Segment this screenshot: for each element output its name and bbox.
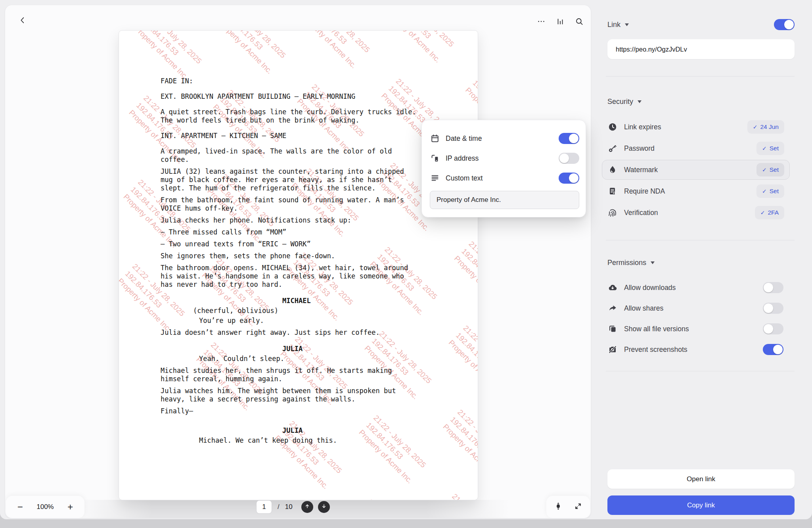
script-dialogue: Michael. We can’t keep doing this. — [161, 436, 478, 445]
option-label: Date & time — [446, 134, 559, 143]
page-navigation: 1 / 10 — [256, 500, 330, 514]
zoom-controls: − 100% + — [6, 496, 84, 518]
zoom-in-button[interactable]: + — [63, 500, 77, 514]
calendar-icon — [430, 134, 440, 143]
search-icon — [575, 17, 584, 27]
script-line: INT. APARTMENT — KITCHEN — SAME — [161, 132, 416, 140]
link-expires-badge[interactable]: ✓24 Jun — [747, 120, 784, 134]
search-button[interactable] — [571, 14, 587, 30]
watermark-option-date-time: Date & time — [430, 129, 579, 148]
share-url-input[interactable]: https://peo.ny/OgzJvDLv — [607, 39, 795, 59]
watermark-settings-popover: Date & time IP address Custom text Prope… — [421, 120, 586, 217]
permission-row-label: Allow downloads — [624, 284, 763, 292]
script-line: She ignores them, sets the phone face-do… — [161, 252, 416, 260]
script-line: Michael studies her, then shrugs it off.… — [161, 367, 416, 383]
require-nda-badge[interactable]: ✓Set — [756, 184, 784, 198]
security-row-watermark[interactable]: Watermark ✓Set — [607, 159, 795, 180]
copy-link-button[interactable]: Copy link — [607, 495, 795, 515]
file-versions-icon — [607, 324, 618, 334]
clock-icon — [607, 122, 618, 132]
permission-row-prevent-screenshots: Prevent screenshots — [607, 339, 795, 360]
screenplay-text: FADE IN: EXT. BROOKLYN APARTMENT BUILDIN… — [119, 31, 478, 448]
scroll-mode-button[interactable] — [550, 499, 566, 515]
divider — [606, 371, 795, 371]
text-lines-icon — [430, 173, 440, 183]
custom-text-toggle[interactable] — [559, 173, 579, 184]
key-icon — [607, 144, 618, 153]
divider — [606, 240, 795, 240]
security-row-require-nda[interactable]: Require NDA ✓Set — [607, 180, 795, 202]
custom-text-input[interactable]: Property of Acme Inc. — [430, 191, 579, 209]
permissions-list: Allow downloads Allow shares Show all fi… — [607, 277, 795, 360]
security-row-label: Verification — [624, 209, 755, 217]
chevron-left-icon — [18, 16, 27, 26]
check-icon: ✓ — [762, 167, 767, 173]
more-menu-button[interactable] — [533, 14, 549, 30]
document-page: 21:22 - July 28, 2025192.84.176.53Proper… — [119, 30, 478, 500]
fullscreen-button[interactable] — [570, 499, 586, 515]
security-row-verification[interactable]: Verification ✓2FA — [607, 202, 795, 223]
watermark-option-ip-address: IP address — [430, 148, 579, 168]
page-number-input[interactable]: 1 — [256, 500, 272, 514]
script-line: From the bathroom, the faint sound of ru… — [161, 196, 416, 213]
security-row-password[interactable]: Password ✓Set — [607, 138, 795, 159]
permission-row-file-versions: Show all file versions — [607, 319, 795, 339]
page-separator: / — [278, 503, 280, 511]
divider — [606, 76, 795, 77]
arrow-down-icon — [321, 503, 327, 511]
allow-shares-toggle[interactable] — [763, 303, 783, 314]
expand-icon — [574, 502, 582, 512]
back-button[interactable] — [15, 13, 31, 29]
allow-downloads-toggle[interactable] — [763, 282, 783, 293]
document-viewer: 21:22 - July 28, 2025192.84.176.53Proper… — [5, 5, 591, 518]
script-line: Julia doesn’t answer right away. Just si… — [161, 328, 416, 337]
script-dialogue: You’re up early. — [161, 317, 478, 325]
security-header-label: Security — [607, 98, 633, 106]
device-icon — [430, 154, 440, 163]
open-link-button[interactable]: Open link — [607, 469, 795, 489]
ip-address-toggle[interactable] — [559, 153, 579, 164]
option-label: IP address — [446, 154, 559, 163]
analytics-button[interactable] — [552, 14, 568, 30]
script-line: — Three missed calls from “MOM” — [161, 228, 416, 236]
watermark-tile: 21:22 - July 28, 2025192.84.176.53Proper… — [435, 492, 478, 500]
script-character-cue: JULIA — [161, 426, 478, 435]
security-section-header[interactable]: Security — [607, 98, 795, 106]
app-window: 21:22 - July 28, 2025192.84.176.53Proper… — [0, 0, 812, 519]
verification-badge[interactable]: ✓2FA — [755, 206, 784, 219]
bar-chart-icon — [556, 17, 565, 27]
prevent-screenshots-toggle[interactable] — [763, 344, 783, 355]
page-total: 10 — [285, 503, 293, 511]
link-section-header[interactable]: Link — [607, 19, 795, 30]
file-versions-toggle[interactable] — [763, 323, 783, 334]
security-row-link-expires[interactable]: Link expires ✓24 Jun — [607, 116, 795, 138]
watermark-tile: 21:22 - July 28, 2025192.84.176.53Proper… — [351, 497, 432, 500]
chevron-down-icon — [638, 100, 642, 103]
script-character-cue: MICHAEL — [161, 297, 478, 305]
date-time-toggle[interactable] — [559, 133, 579, 144]
permissions-section-header[interactable]: Permissions — [607, 259, 795, 267]
option-label: Custom text — [446, 174, 559, 182]
security-row-label: Link expires — [624, 123, 747, 131]
previous-page-button[interactable] — [301, 501, 313, 513]
script-line: JULIA (32) leans against the counter, st… — [161, 167, 416, 192]
zoom-out-button[interactable]: − — [13, 500, 27, 514]
link-enabled-toggle[interactable] — [774, 19, 795, 30]
permission-row-label: Show all file versions — [624, 325, 763, 333]
link-settings-sidebar: Link https://peo.ny/OgzJvDLv Security Li… — [591, 0, 812, 519]
script-line: Finally— — [161, 407, 416, 415]
watermark-badge[interactable]: ✓Set — [756, 163, 784, 177]
script-dialogue: Yeah. Couldn’t sleep. — [161, 355, 478, 363]
security-row-label: Require NDA — [624, 187, 756, 196]
security-row-label: Watermark — [624, 166, 756, 174]
password-badge[interactable]: ✓Set — [756, 142, 784, 155]
watermark-option-custom-text: Custom text — [430, 168, 579, 188]
script-line: Julia checks her phone. Notifications st… — [161, 216, 416, 225]
droplet-icon — [607, 165, 618, 175]
link-header-label: Link — [607, 21, 620, 29]
cloud-download-icon — [607, 283, 618, 292]
nda-document-icon — [607, 186, 618, 196]
next-page-button[interactable] — [318, 501, 330, 513]
script-character-cue: JULIA — [161, 345, 478, 353]
script-line: Julia watches him. The weight between th… — [161, 387, 416, 403]
